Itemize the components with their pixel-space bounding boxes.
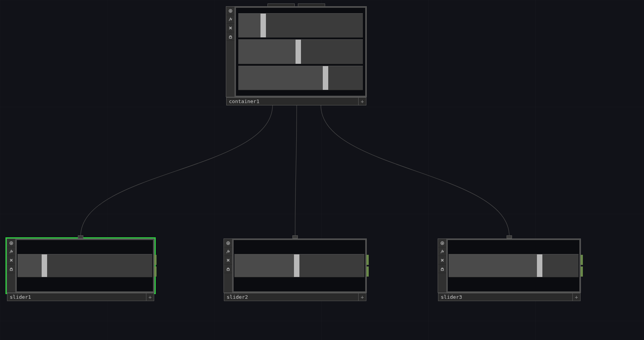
node-label-bar[interactable]: slider3 +	[438, 293, 581, 301]
svg-point-1	[230, 10, 231, 11]
node-label: slider2	[227, 294, 248, 300]
node-label: slider1	[10, 294, 31, 300]
slider-fill	[18, 254, 44, 277]
add-output-button[interactable]: +	[358, 98, 366, 105]
svg-rect-8	[227, 269, 229, 271]
slider-knob[interactable]	[296, 40, 301, 63]
output-connector[interactable]	[154, 266, 157, 277]
slider-track[interactable]	[234, 254, 364, 277]
node-container1[interactable]: container1 +	[226, 6, 367, 97]
node-label: slider3	[441, 294, 462, 300]
bypass-icon[interactable]	[224, 256, 232, 265]
output-connector[interactable]	[581, 255, 583, 265]
node-label-bar[interactable]: slider2 +	[224, 293, 366, 301]
svg-point-10	[442, 242, 442, 243]
output-connector[interactable]	[366, 266, 369, 277]
slider-knob[interactable]	[537, 254, 542, 277]
bypass-icon[interactable]	[226, 24, 234, 32]
slider-fill	[238, 14, 263, 37]
node-viewer[interactable]	[235, 7, 366, 97]
input-connector[interactable]	[78, 235, 83, 238]
node-viewer[interactable]	[232, 239, 366, 293]
svg-rect-5	[10, 269, 12, 271]
svg-point-4	[11, 242, 11, 243]
slider-knob[interactable]	[42, 254, 47, 277]
node-viewer[interactable]	[16, 239, 154, 293]
lock-icon[interactable]	[438, 265, 446, 273]
node-slider1[interactable]: slider1 +	[7, 238, 155, 293]
activate-pulse-icon[interactable]	[224, 247, 232, 256]
slider-track[interactable]	[238, 13, 363, 38]
input-connector[interactable]	[507, 235, 512, 238]
viewer-active-icon[interactable]	[224, 239, 232, 247]
add-output-button[interactable]: +	[358, 293, 366, 301]
node-top-connectors	[234, 4, 359, 6]
svg-rect-11	[441, 269, 443, 271]
node-viewer[interactable]	[447, 239, 581, 293]
slider-fill	[449, 254, 540, 277]
node-tool-column	[224, 239, 232, 293]
output-connector[interactable]	[154, 255, 157, 265]
connector-slot[interactable]	[267, 4, 295, 6]
node-tool-column	[226, 7, 235, 97]
lock-icon[interactable]	[224, 265, 232, 273]
slider-fill	[238, 66, 326, 90]
slider-fill	[238, 40, 298, 63]
node-slider2[interactable]: slider2 +	[223, 238, 367, 293]
slider-track[interactable]	[238, 66, 363, 90]
wire[interactable]	[295, 105, 297, 237]
activate-pulse-icon[interactable]	[438, 247, 446, 256]
node-label-bar[interactable]: slider1 +	[7, 293, 154, 301]
output-connectors	[154, 255, 157, 277]
viewer-active-icon[interactable]	[226, 7, 234, 15]
slider-track[interactable]	[238, 39, 363, 64]
node-tool-column	[7, 239, 16, 293]
node-slider3[interactable]: slider3 +	[438, 238, 581, 293]
wire[interactable]	[81, 105, 273, 237]
viewer-active-icon[interactable]	[438, 239, 446, 247]
input-connector[interactable]	[292, 235, 298, 238]
node-label: container1	[229, 98, 259, 104]
viewer-active-icon[interactable]	[7, 239, 15, 247]
slider-fill	[234, 254, 297, 277]
connector-slot[interactable]	[298, 4, 325, 6]
svg-point-7	[227, 242, 228, 243]
output-connector[interactable]	[581, 266, 583, 277]
slider-track[interactable]	[18, 254, 152, 277]
node-label-bar[interactable]: container1 +	[226, 97, 366, 105]
slider-track[interactable]	[449, 254, 579, 277]
svg-rect-2	[229, 37, 232, 39]
output-connectors	[581, 255, 583, 277]
output-connectors	[366, 255, 369, 277]
node-tool-column	[438, 239, 447, 293]
slider-knob[interactable]	[294, 254, 299, 277]
activate-pulse-icon[interactable]	[7, 247, 15, 256]
activate-pulse-icon[interactable]	[226, 15, 234, 24]
lock-icon[interactable]	[7, 265, 15, 273]
wire[interactable]	[321, 105, 509, 237]
bypass-icon[interactable]	[438, 256, 446, 265]
output-connector[interactable]	[366, 255, 369, 265]
lock-icon[interactable]	[226, 32, 234, 41]
add-output-button[interactable]: +	[572, 293, 580, 301]
slider-knob[interactable]	[260, 14, 266, 37]
add-output-button[interactable]: +	[146, 293, 154, 301]
slider-knob[interactable]	[323, 66, 328, 90]
bypass-icon[interactable]	[7, 256, 15, 265]
